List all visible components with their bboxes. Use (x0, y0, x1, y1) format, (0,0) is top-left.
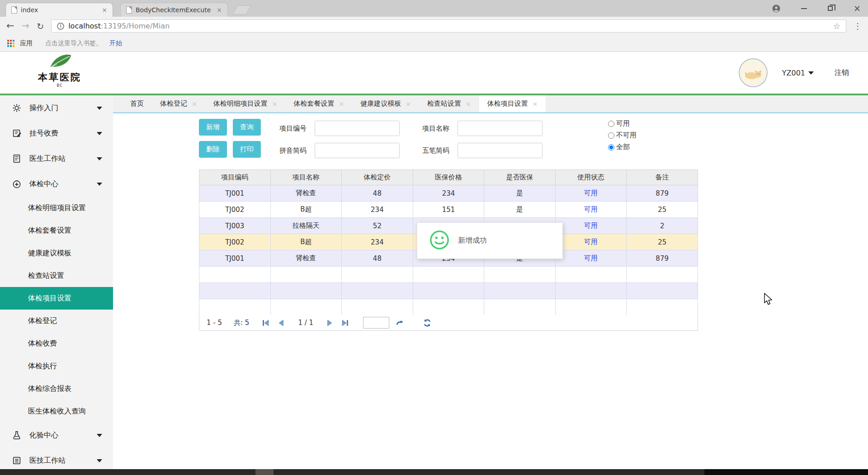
table-row[interactable]: TJ002B超234151是可用25 (199, 202, 698, 218)
radio-disabled-input[interactable] (608, 132, 614, 139)
browser-profile-icon[interactable] (772, 5, 780, 13)
sidebar-group-doctor-workstation[interactable]: 医生工作站 (0, 146, 113, 171)
sidebar-item-health-advice-template[interactable]: 健康建议模板 (0, 242, 113, 264)
new-tab-button[interactable] (233, 5, 251, 14)
pinyin-code-input[interactable] (315, 143, 400, 158)
page-info-icon[interactable]: i (57, 23, 64, 30)
radio-all[interactable]: 全部 (608, 143, 637, 151)
logout-button[interactable]: 注销 (835, 68, 849, 78)
status-link[interactable]: 可用 (584, 205, 598, 213)
table-cell: 肾检查 (270, 185, 342, 202)
tab-close-icon[interactable]: × (102, 6, 107, 14)
reload-icon[interactable]: ↻ (37, 21, 44, 31)
sidebar-item-checkup-package-setting[interactable]: 体检套餐设置 (0, 219, 113, 242)
query-button[interactable]: 查询 (233, 119, 261, 136)
page-range: 1 - 5 (207, 319, 222, 327)
sidebar-group-checkup-center[interactable]: 体检中心 (0, 171, 113, 197)
table-cell: 可用 (555, 250, 627, 267)
sidebar: 操作入门挂号收费医生工作站体检中心 体检明细项目设置体检套餐设置健康建议模板检查… (0, 95, 113, 469)
sidebar-item-checkup-registration[interactable]: 体检登记 (0, 310, 113, 332)
tab-close-icon[interactable]: × (217, 6, 222, 14)
table-cell: TJ001 (199, 250, 271, 267)
content-tab-checkup-detail-item-setting[interactable]: 体检明细项目设置× (205, 95, 286, 112)
toast-message: 新增成功 (458, 236, 487, 245)
user-dropdown[interactable]: YZ001 (782, 69, 814, 77)
prev-page-icon[interactable] (276, 318, 285, 327)
browser-tab[interactable]: BodyCheckItemExecute× (120, 3, 228, 17)
table-cell: B超 (270, 202, 342, 218)
taskbar-segment (255, 469, 274, 475)
add-button[interactable]: 新增 (199, 119, 227, 136)
status-link[interactable]: 可用 (584, 221, 598, 230)
close-icon[interactable]: × (339, 100, 344, 108)
refresh-icon[interactable] (423, 318, 432, 327)
url-bar[interactable]: i localhost:13195/Home/Mian ☆ (51, 19, 846, 33)
table-cell: TJ002 (199, 234, 271, 250)
content-tab-health-advice-template[interactable]: 健康建议模板× (352, 95, 419, 112)
table-cell: B超 (270, 234, 342, 250)
content-tab-checkstation-setting[interactable]: 检查站设置× (419, 95, 479, 112)
chevron-down-icon (808, 71, 814, 75)
item-code-input[interactable] (315, 121, 400, 136)
restore-icon[interactable] (828, 6, 833, 11)
table-cell (555, 267, 627, 283)
apps-grid-icon[interactable] (7, 40, 14, 47)
content-tab-home[interactable]: 首页 (122, 95, 152, 112)
table-row[interactable]: TJ001肾检查48234是可用879 (199, 185, 698, 202)
content-tab-checkup-package-setting[interactable]: 体检套餐设置× (285, 95, 352, 112)
close-icon[interactable]: × (466, 100, 471, 108)
sidebar-item-checkup-detail-item-setting[interactable]: 体检明细项目设置 (0, 197, 113, 219)
sidebar-group-getting-started[interactable]: 操作入门 (0, 95, 113, 121)
chevron-down-icon (97, 459, 102, 462)
status-link[interactable]: 可用 (584, 189, 598, 197)
radio-enabled-input[interactable] (608, 121, 614, 127)
print-button[interactable]: 打印 (233, 141, 261, 158)
radio-all-input[interactable] (608, 144, 614, 150)
close-icon[interactable]: × (192, 100, 197, 108)
status-link[interactable]: 可用 (584, 254, 598, 262)
item-name-input[interactable] (458, 121, 542, 136)
sidebar-item-doctor-checkup-income-query[interactable]: 医生体检收入查询 (0, 400, 113, 423)
table-cell: 可用 (555, 185, 627, 202)
bookmark-start-link[interactable]: 开始 (109, 39, 122, 47)
sidebar-item-checkup-fee[interactable]: 体检收费 (0, 332, 113, 355)
next-page-icon[interactable] (325, 318, 334, 327)
sidebar-item-checkup-execute[interactable]: 体检执行 (0, 355, 113, 377)
content-tab-checkup-registration[interactable]: 体检登记× (152, 95, 205, 112)
sidebar-item-checkup-item-setting[interactable]: 体检项目设置 (0, 287, 113, 310)
table-cell: 可用 (555, 218, 627, 234)
sidebar-group-label: 操作入门 (29, 103, 58, 113)
last-page-icon[interactable] (340, 318, 349, 327)
radio-enabled[interactable]: 可用 (608, 119, 637, 128)
sidebar-item-checkstation-setting[interactable]: 检查站设置 (0, 264, 113, 287)
pagination-bar: 1 - 5 共: 5 1 / 1 (199, 315, 698, 331)
browser-menu-icon[interactable]: ⋮ (854, 21, 862, 31)
close-icon[interactable]: × (406, 100, 411, 108)
wubi-code-input[interactable] (458, 143, 542, 158)
goto-page-input[interactable] (363, 317, 389, 329)
goto-page-icon[interactable] (396, 318, 405, 327)
sidebar-group-registration-fees[interactable]: 挂号收费 (0, 121, 113, 146)
taskbar (0, 469, 868, 475)
browser-tab[interactable]: index× (5, 3, 113, 17)
bookmark-star-icon[interactable]: ☆ (833, 21, 840, 31)
table-cell (555, 299, 627, 315)
avatar[interactable] (739, 58, 768, 87)
forward-icon[interactable]: → (22, 21, 30, 31)
close-icon[interactable]: × (533, 100, 538, 108)
apps-label[interactable]: 应用 (20, 39, 33, 47)
back-icon[interactable]: ← (6, 21, 14, 31)
hospital-name-sub: BC (28, 84, 91, 88)
sidebar-group-lab-center[interactable]: 化验中心 (0, 423, 113, 448)
status-link[interactable]: 可用 (584, 238, 598, 246)
minimize-icon[interactable] (801, 8, 807, 9)
sidebar-item-checkup-report[interactable]: 体检综合报表 (0, 377, 113, 400)
close-window-icon[interactable]: × (854, 4, 861, 13)
close-icon[interactable]: × (272, 100, 278, 108)
first-page-icon[interactable] (261, 318, 270, 327)
radio-disabled[interactable]: 不可用 (608, 131, 637, 140)
mouse-cursor (763, 293, 773, 308)
table-cell: 25 (627, 234, 698, 250)
delete-button[interactable]: 删除 (199, 141, 227, 158)
content-tab-checkup-item-setting[interactable]: 体检项目设置× (479, 95, 546, 112)
